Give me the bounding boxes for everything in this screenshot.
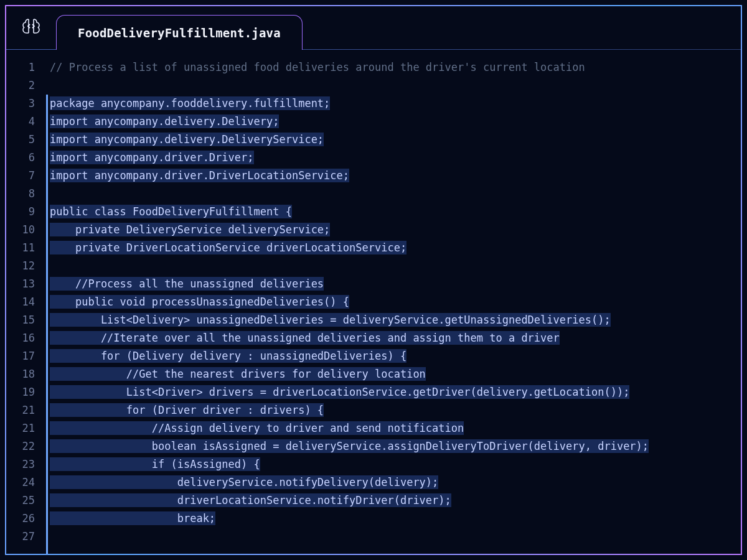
code-text: break; [50, 511, 215, 525]
code-text: import anycompany.driver.Driver; [50, 151, 254, 164]
code-line: driverLocationService.notifyDriver(drive… [50, 492, 741, 510]
code-text: driverLocationService.notifyDriver(drive… [50, 493, 451, 507]
line-number: 21 [6, 401, 35, 419]
line-number: 3 [6, 95, 35, 113]
code-line: package anycompany.fooddelivery.fulfillm… [50, 95, 741, 113]
code-text: import anycompany.delivery.Delivery; [50, 114, 279, 128]
code-text: public void processUnassignedDeliveries(… [50, 295, 349, 309]
code-line: import anycompany.driver.Driver; [50, 149, 741, 167]
code-text: List<Delivery> unassignedDeliveries = de… [50, 313, 611, 327]
tab-active[interactable]: FoodDeliveryFulfillment.java [56, 15, 303, 50]
line-number: 14 [6, 293, 35, 311]
line-number: 21 [6, 419, 35, 437]
code-text: import anycompany.delivery.DeliveryServi… [50, 133, 324, 146]
line-number: 22 [6, 437, 35, 455]
line-number: 6 [6, 149, 35, 167]
code-line: deliveryService.notifyDelivery(delivery)… [50, 474, 741, 492]
line-number: 7 [6, 167, 35, 185]
code-line: private DeliveryService deliveryService; [50, 221, 741, 239]
code-line: if (isAssigned) { [50, 455, 741, 474]
code-line: public void processUnassignedDeliveries(… [50, 293, 741, 311]
code-line [50, 77, 741, 95]
line-number: 2 [6, 77, 35, 95]
selection-indicator [46, 95, 48, 554]
code-line: import anycompany.delivery.DeliveryServi… [50, 131, 741, 149]
code-text: private DeliveryService deliveryService; [50, 223, 330, 236]
code-text: private DriverLocationService driverLoca… [50, 241, 406, 254]
code-text: package anycompany.fooddelivery.fulfillm… [50, 96, 330, 110]
line-number: 26 [6, 510, 35, 528]
code-line: import anycompany.delivery.Delivery; [50, 113, 741, 131]
code-line: //Process all the unassigned deliveries [50, 275, 741, 293]
line-number: 16 [6, 329, 35, 347]
code-line: import anycompany.driver.DriverLocationS… [50, 167, 741, 185]
code-text: List<Driver> drivers = driverLocationSer… [50, 385, 629, 399]
code-line: public class FoodDeliveryFulfillment { [50, 203, 741, 221]
line-number: 4 [6, 113, 35, 131]
code-line: //Assign delivery to driver and send not… [50, 419, 741, 437]
tab-filename: FoodDeliveryFulfillment.java [78, 26, 281, 40]
line-number: 1 [6, 58, 35, 77]
code-line: //Iterate over all the unassigned delive… [50, 329, 741, 347]
code-text: //Process all the unassigned deliveries [50, 277, 324, 291]
code-text: for (Delivery delivery : unassignedDeliv… [50, 349, 406, 363]
code-text: import anycompany.driver.DriverLocationS… [50, 169, 349, 182]
code-area[interactable]: // Process a list of unassigned food del… [42, 58, 741, 554]
code-line: // Process a list of unassigned food del… [50, 58, 741, 77]
code-text: // Process a list of unassigned food del… [50, 61, 585, 73]
code-text: //Get the nearest drivers for delivery l… [50, 367, 426, 381]
line-number: 12 [6, 257, 35, 275]
code-line: private DriverLocationService driverLoca… [50, 239, 741, 257]
code-line: for (Driver driver : drivers) { [50, 401, 741, 419]
line-number: 17 [6, 347, 35, 365]
code-text: //Assign delivery to driver and send not… [50, 421, 464, 435]
line-number: 10 [6, 221, 35, 239]
code-line: List<Driver> drivers = driverLocationSer… [50, 383, 741, 401]
line-number: 13 [6, 275, 35, 293]
code-text: deliveryService.notifyDelivery(delivery)… [50, 475, 438, 489]
line-number: 8 [6, 185, 35, 203]
code-text: if (isAssigned) { [50, 457, 260, 471]
line-number: 18 [6, 365, 35, 383]
line-number: 19 [6, 383, 35, 401]
code-line [50, 257, 741, 275]
line-number: 15 [6, 311, 35, 329]
code-text: public class FoodDeliveryFulfillment { [50, 205, 292, 218]
line-number: 11 [6, 239, 35, 257]
code-text: boolean isAssigned = deliveryService.ass… [50, 439, 649, 453]
code-text: //Iterate over all the unassigned delive… [50, 331, 560, 345]
code-line [50, 185, 741, 203]
code-line: boolean isAssigned = deliveryService.ass… [50, 437, 741, 455]
editor-window: FoodDeliveryFulfillment.java 1 2 3 4 5 6… [5, 5, 742, 555]
code-line: for (Delivery delivery : unassignedDeliv… [50, 347, 741, 365]
line-number: 9 [6, 203, 35, 221]
line-number: 23 [6, 455, 35, 474]
line-number-gutter: 1 2 3 4 5 6 7 8 9 10 11 12 13 14 15 16 1… [6, 58, 42, 554]
tab-bar: FoodDeliveryFulfillment.java [6, 6, 741, 50]
code-editor[interactable]: 1 2 3 4 5 6 7 8 9 10 11 12 13 14 15 16 1… [6, 50, 741, 554]
code-text: for (Driver driver : drivers) { [50, 403, 324, 417]
line-number: 25 [6, 492, 35, 510]
brain-code-icon [19, 16, 44, 40]
line-number: 5 [6, 131, 35, 149]
line-number: 24 [6, 474, 35, 492]
code-line: break; [50, 510, 741, 528]
line-number: 27 [6, 528, 35, 546]
brand-logo [6, 6, 56, 50]
code-line: List<Delivery> unassignedDeliveries = de… [50, 311, 741, 329]
code-line: //Get the nearest drivers for delivery l… [50, 365, 741, 383]
